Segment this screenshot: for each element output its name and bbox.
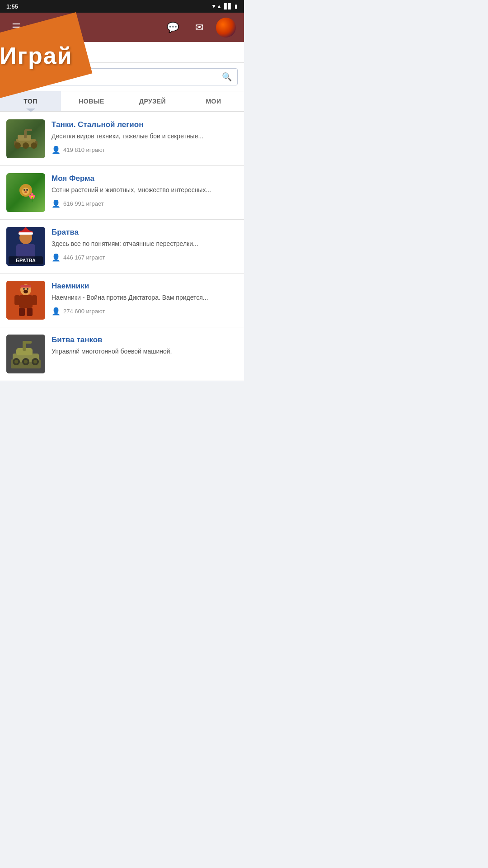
game-title: Наемники — [52, 282, 238, 291]
tabs: ТОП НОВЫЕ ДРУЗЕЙ МОИ — [0, 91, 244, 112]
tab-friends[interactable]: ДРУЗЕЙ — [122, 91, 183, 111]
list-item[interactable]: Танки. Стальной легион Десятки видов тех… — [0, 112, 244, 166]
search-icon: 🔍 — [222, 72, 232, 82]
game-description: Здесь все по понятиям: отчаянные перестр… — [52, 240, 238, 249]
svg-point-14 — [26, 189, 28, 191]
mail-icon: ✉ — [195, 22, 203, 33]
mail-button[interactable]: ✉ — [192, 18, 207, 37]
list-item[interactable]: Наемники Наемники - Война против Диктато… — [0, 274, 244, 327]
avatar[interactable] — [216, 18, 236, 38]
wifi-icon: ▼▲ — [211, 3, 222, 9]
svg-rect-46 — [23, 341, 32, 344]
game-info: Моя Ферма Сотни растений и животных, мно… — [52, 173, 238, 208]
svg-point-51 — [24, 360, 28, 363]
game-thumbnail — [6, 281, 45, 320]
svg-point-5 — [31, 142, 37, 149]
game-title: Танки. Стальной легион — [52, 120, 238, 129]
game-list: Танки. Стальной легион Десятки видов тех… — [0, 112, 244, 381]
svg-rect-35 — [19, 308, 25, 316]
game-players: 👤 274 600 играют — [52, 307, 238, 316]
svg-rect-32 — [19, 295, 33, 308]
svg-rect-7 — [24, 130, 27, 138]
signal-icon: ▋▋ — [224, 3, 232, 9]
svg-rect-36 — [27, 308, 33, 316]
game-thumbnail — [6, 173, 45, 212]
game-info: Наемники Наемники - Война против Диктато… — [52, 281, 238, 316]
svg-point-38 — [23, 290, 28, 293]
svg-point-40 — [27, 288, 28, 290]
players-icon: 👤 — [52, 146, 61, 154]
tab-new[interactable]: НОВЫЕ — [61, 91, 122, 111]
status-icons: ▼▲ ▋▋ ▮ — [211, 3, 238, 9]
header: Играй ☰ 💬 ✉ — [0, 13, 244, 42]
list-item[interactable]: Битва танков Управляй многотонной боевой… — [0, 327, 244, 381]
list-item[interactable]: БРАТВА Братва Здесь все по понятиям: отч… — [0, 220, 244, 274]
battery-icon: ▮ — [235, 3, 238, 9]
svg-point-50 — [14, 360, 18, 363]
players-icon: 👤 — [52, 253, 61, 262]
game-info: Танки. Стальной легион Десятки видов тех… — [52, 119, 238, 154]
game-title: Моя Ферма — [52, 174, 238, 183]
list-item[interactable]: Моя Ферма Сотни растений и животных, мно… — [0, 166, 244, 220]
game-info: Битва танков Управляй многотонной боевой… — [52, 335, 238, 361]
game-thumbnail: БРАТВА — [6, 227, 45, 266]
game-thumbnail — [6, 335, 45, 373]
game-info: Братва Здесь все по понятиям: отчаянные … — [52, 227, 238, 262]
game-description: Управляй многотонной боевой машиной, — [52, 347, 238, 356]
svg-point-39 — [23, 288, 25, 290]
svg-rect-27 — [19, 232, 33, 235]
game-description: Десятки видов техники, тяжелые бои и сек… — [52, 132, 238, 141]
svg-point-3 — [14, 142, 21, 149]
game-players: 👤 616 991 играет — [52, 199, 238, 208]
game-thumbnail — [6, 119, 45, 158]
game-description: Наемники - Война против Диктатора. Вам п… — [52, 293, 238, 302]
status-time: 1:55 — [6, 3, 18, 10]
chat-button[interactable]: 💬 — [163, 18, 183, 37]
svg-point-13 — [23, 189, 25, 191]
svg-rect-21 — [32, 197, 33, 202]
status-bar: 1:55 ▼▲ ▋▋ ▮ — [0, 0, 244, 13]
game-players: 👤 419 810 играют — [52, 146, 238, 154]
players-icon: 👤 — [52, 307, 61, 316]
svg-rect-33 — [14, 295, 20, 305]
svg-rect-8 — [25, 129, 32, 131]
svg-point-19 — [31, 193, 33, 196]
game-title: Битва танков — [52, 335, 238, 344]
game-title: Братва — [52, 228, 238, 237]
game-players: 👤 446 167 играют — [52, 253, 238, 262]
players-icon: 👤 — [52, 199, 61, 208]
svg-rect-45 — [23, 343, 26, 351]
svg-rect-37 — [20, 285, 31, 288]
game-description: Сотни растений и животных, множество инт… — [52, 186, 238, 195]
svg-text:БРАТВА: БРАТВА — [16, 258, 36, 263]
svg-point-52 — [33, 360, 37, 363]
tab-my[interactable]: МОИ — [183, 91, 244, 111]
svg-rect-34 — [32, 295, 37, 305]
svg-point-4 — [23, 142, 29, 149]
chat-icon: 💬 — [167, 22, 179, 33]
play-banner-text: Играй — [0, 42, 73, 69]
svg-rect-24 — [16, 244, 35, 258]
svg-point-15 — [24, 191, 27, 193]
